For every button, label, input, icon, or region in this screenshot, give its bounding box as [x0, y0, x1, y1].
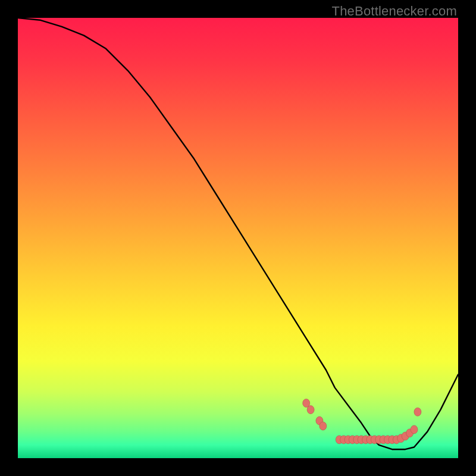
dot-marker: [320, 422, 327, 430]
dot-marker: [307, 406, 314, 414]
curve-layer: [18, 18, 458, 458]
dot-marker: [411, 425, 418, 434]
plot-area: [18, 18, 458, 458]
chart-container: TheBottlenecker.com: [0, 0, 476, 476]
dot-marker: [414, 408, 421, 416]
highlight-dots: [303, 399, 421, 444]
bottleneck-curve: [18, 18, 458, 449]
watermark-text: TheBottlenecker.com: [332, 4, 457, 19]
